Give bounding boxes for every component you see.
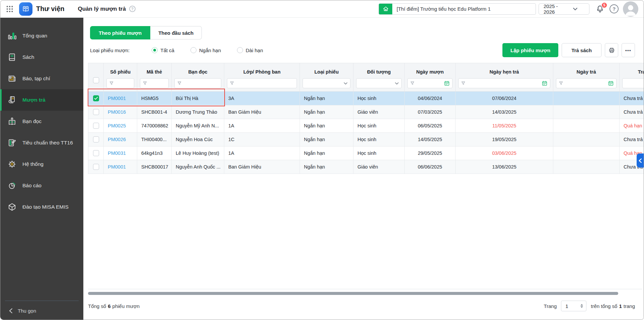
select-all-checkbox[interactable] <box>93 77 99 83</box>
sidebar-item-cube[interactable]: Đào tạo MISA EMIS <box>0 196 83 218</box>
table-row[interactable]: PM0026THI00400...Nguyễn Hoa Cúc1CNgắn hạ… <box>88 133 644 146</box>
sidebar-item-reader[interactable]: Bạn đọc <box>0 111 83 132</box>
filter-so_phieu[interactable] <box>106 78 134 88</box>
cell-so_phieu[interactable]: PM0016 <box>104 105 137 119</box>
cell-ma_the: SHCB001-4 <box>137 105 172 119</box>
app-grid-icon[interactable] <box>6 5 14 13</box>
avatar[interactable] <box>623 1 638 17</box>
more-button[interactable]: ••• <box>622 43 635 57</box>
table-row[interactable]: PM00257470008862Nguyễn Mỹ Anh N...1ANgắn… <box>88 119 644 133</box>
row-checkbox-cell <box>88 133 104 146</box>
page-help-icon[interactable]: ? <box>129 6 136 12</box>
tab-1[interactable]: Theo đầu sách <box>150 26 202 39</box>
cell-ma_the: 7470008862 <box>137 119 172 133</box>
loan-type-radio-1[interactable]: Ngắn hạn <box>190 47 221 53</box>
sidebar-item-newspaper[interactable]: Báo, tạp chí <box>0 68 83 89</box>
calendar-icon <box>444 81 450 86</box>
table-filter-row <box>88 75 644 92</box>
page-number-input[interactable] <box>565 303 577 309</box>
loan-type-radio-group: Tất cảNgắn hạnDài hạn <box>152 47 263 53</box>
cell-ngay_tra <box>553 119 620 133</box>
cell-trang_thai: Chưa trả <box>620 105 644 119</box>
cell-ngay_hen_tra: 19/05/2025 <box>456 133 553 146</box>
row-checkbox[interactable] <box>93 136 99 142</box>
row-checkbox[interactable] <box>93 95 99 101</box>
cell-so_phieu[interactable]: PM0031 <box>104 146 137 160</box>
column-header-ngay_hen_tra: Ngày hẹn trả <box>456 63 553 75</box>
sidebar-item-label: Tiêu chuẩn theo TT16 <box>22 140 73 146</box>
row-checkbox[interactable] <box>93 123 99 129</box>
filter-ma_the[interactable] <box>140 78 169 88</box>
sidebar-item-borrow-return[interactable]: Mượn trả <box>0 89 83 111</box>
cell-so_phieu[interactable]: PM0026 <box>104 133 137 146</box>
cell-ngay_tra <box>553 92 620 105</box>
filter-doi_tuong[interactable] <box>356 78 402 88</box>
row-checkbox-cell <box>88 92 104 105</box>
print-button[interactable] <box>605 43 618 57</box>
sidebar-item-label: Sách <box>22 54 34 60</box>
sidebar-item-book[interactable]: Sách <box>0 46 83 68</box>
filter-ban_doc[interactable] <box>174 78 221 88</box>
row-checkbox[interactable] <box>93 109 99 115</box>
sidebar-item-gear[interactable]: Hệ thống <box>0 153 83 175</box>
cell-ban_doc: Bùi Thị Hà <box>172 92 224 105</box>
loan-type-radio-2[interactable]: Dài hạn <box>237 47 263 53</box>
loan-type-radio-0[interactable]: Tất cả <box>152 47 174 53</box>
filter-ngay_tra[interactable] <box>556 78 617 88</box>
calendar-icon <box>608 81 614 86</box>
sidebar-collapse-button[interactable]: Thu gọn <box>0 301 83 320</box>
radio-label: Tất cả <box>160 47 174 53</box>
funnel-icon <box>410 81 414 85</box>
sidebar-item-label: Tổng quan <box>22 33 47 39</box>
funnel-icon <box>109 81 113 85</box>
column-header-ma_the: Mã thẻ <box>137 63 172 75</box>
table-row[interactable]: PM003164kg41n3Lê Huy Hoàng (test)1ANgắn … <box>88 146 644 160</box>
return-book-button[interactable]: Trả sách <box>562 43 601 57</box>
sidebar-item-label: Báo cáo <box>22 183 42 189</box>
filter-trang_thai[interactable] <box>622 78 644 88</box>
library-app-icon <box>19 2 32 16</box>
cell-lop: Ban Giám Hiệu <box>224 160 300 174</box>
page-number-input-box[interactable] <box>561 301 586 311</box>
tab-0[interactable]: Theo phiếu mượn <box>90 26 150 39</box>
filter-lop[interactable] <box>227 78 297 88</box>
table-row[interactable]: PM0016SHCB001-4Dương Trung ThảoBan Giám … <box>88 105 644 119</box>
filter-ngay_hen_tra[interactable] <box>458 78 550 88</box>
table-row[interactable]: PM0001HSMG5Bùi Thị Hà3ANgắn hạnHọc sinh0… <box>88 92 644 105</box>
row-checkbox-cell <box>88 119 104 133</box>
sidebar-item-bar-chart[interactable]: Tổng quan <box>0 25 83 46</box>
calendar-icon <box>542 81 547 86</box>
column-header-lop: Lớp/ Phòng ban <box>224 63 300 75</box>
cell-lop: 1A <box>224 119 300 133</box>
row-checkbox-cell <box>88 105 104 119</box>
chevron-down-icon <box>395 82 399 85</box>
radio-label: Dài hạn <box>246 47 263 53</box>
school-year-select[interactable]: 2025 - 2026 <box>539 3 589 15</box>
cell-ngay_tra <box>553 146 620 160</box>
cell-so_phieu[interactable]: PM0025 <box>104 119 137 133</box>
school-selector[interactable]: [Thí điểm] Trường tiểu học Edu Platform … <box>379 3 536 15</box>
sidebar-item-report[interactable]: Báo cáo <box>0 175 83 196</box>
toolbar: Loại phiếu mượn: Tất cảNgắn hạnDài hạn L… <box>90 43 635 57</box>
filter-ngay_muon[interactable] <box>407 78 453 88</box>
row-checkbox[interactable] <box>93 164 99 170</box>
cell-so_phieu[interactable]: PM0001 <box>104 92 137 105</box>
page-total-value: 1 <box>619 303 622 309</box>
page-spinner[interactable] <box>580 304 583 308</box>
column-header-trang_thai: Trạng thái <box>620 63 644 75</box>
table-row[interactable]: PM0001SHCB00017Nguyễn Anh Quốc ...Ban Gi… <box>88 160 644 174</box>
help-icon[interactable]: ? <box>610 4 619 13</box>
cell-so_phieu[interactable]: PM0001 <box>104 160 137 174</box>
radio-circle-icon <box>190 47 196 53</box>
cell-ma_the: SHCB00017 <box>137 160 172 174</box>
sidebar-item-checklist[interactable]: Tiêu chuẩn theo TT16 <box>0 132 83 153</box>
horizontal-scrollbar[interactable] <box>88 292 618 295</box>
funnel-icon <box>177 81 181 85</box>
filter-loai_phieu[interactable] <box>303 78 350 88</box>
printer-icon <box>608 47 615 54</box>
create-borrow-slip-button[interactable]: Lập phiếu mượn <box>502 43 558 57</box>
panel-expand-tab[interactable] <box>637 153 644 168</box>
row-checkbox[interactable] <box>93 150 99 156</box>
notifications-button[interactable]: 5 <box>595 4 605 14</box>
total-count-text: Tổng số 6 phiếu mượn <box>88 303 140 309</box>
